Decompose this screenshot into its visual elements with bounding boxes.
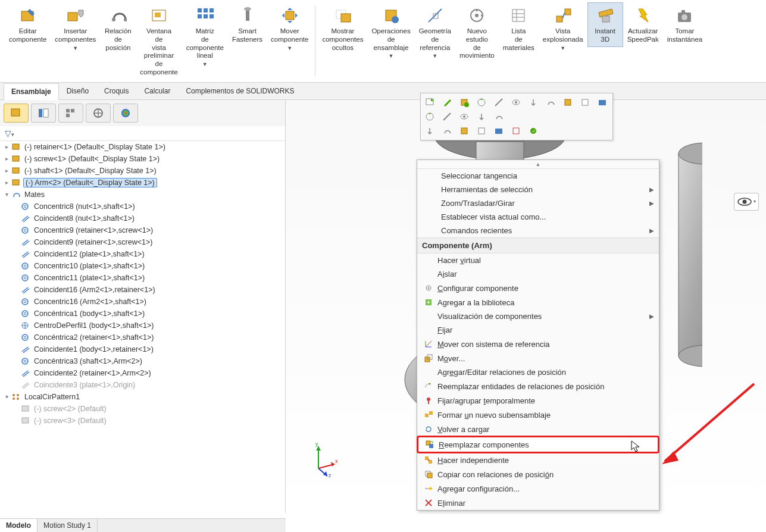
context-tool-4[interactable] xyxy=(492,95,507,109)
ribbon-instant3d[interactable]: Instant3D xyxy=(587,2,623,47)
appearance-tab[interactable] xyxy=(113,104,138,123)
tree-mate[interactable]: Concentric11 (plate<1>,shaft<1>) xyxy=(0,272,285,284)
menu-herramientas-de-selecci-n[interactable]: Herramientas de selección▶ xyxy=(417,183,659,196)
menu-agregar-a-la-biblioteca[interactable]: Agregar a la biblioteca xyxy=(417,295,659,309)
property-tab[interactable] xyxy=(31,104,56,123)
eye-view-button[interactable]: ▾ xyxy=(734,193,759,211)
context-tool-1[interactable] xyxy=(440,95,455,109)
tree-mate[interactable]: Concentric16 (Arm2<1>,shaft<1>) xyxy=(0,296,285,308)
tree-pattern-child[interactable]: (-) screw<3> (Default) xyxy=(0,415,285,427)
context-tool-c5[interactable] xyxy=(509,124,524,138)
dimxpert-tab[interactable] xyxy=(86,104,111,123)
tree-mate[interactable]: Concentric10 (plate<1>,shaft<1>) xyxy=(0,260,285,272)
context-tool-c3[interactable] xyxy=(474,124,490,138)
tab-croquis[interactable]: Croquis xyxy=(96,83,136,99)
ribbon-assembly-ops[interactable]: Operacionesdeensamblaje▼ xyxy=(367,2,414,62)
tree-mate[interactable]: Concéntrica1 (body<1>,shaft<1>) xyxy=(0,308,285,320)
tab-complementos-de-solidworks[interactable]: Complementos de SOLIDWORKS xyxy=(178,83,302,99)
context-tool-2[interactable] xyxy=(457,95,473,109)
ribbon-pattern[interactable]: Matrizdecomponentelineal▼ xyxy=(182,2,228,71)
ribbon-show-hidden[interactable]: Mostrarcomponentesocultos xyxy=(318,2,367,55)
menu-volver-a-cargar[interactable]: Volver a cargar xyxy=(417,422,659,436)
tree-mate[interactable]: Concéntrica2 (retainer<1>,shaft<1>) xyxy=(0,331,285,343)
menu-copiar-con-relaciones-de-posici-n[interactable]: Copiar con relaciones de posición xyxy=(417,467,659,481)
context-tool-c6[interactable] xyxy=(526,124,542,138)
ribbon-ref-geom[interactable]: Geometríadereferencia▼ xyxy=(415,2,455,62)
context-tool-9[interactable] xyxy=(578,95,593,109)
context-tool-b0[interactable] xyxy=(423,109,438,124)
tree-mate[interactable]: Coincident8 (nut<1>,shaft<1>) xyxy=(0,212,285,224)
context-tool-b3[interactable] xyxy=(474,109,490,124)
ribbon-move[interactable]: Movercomponente▼ xyxy=(267,2,312,54)
bottom-tab-modelo[interactable]: Modelo xyxy=(0,519,37,532)
context-tool-0[interactable] xyxy=(423,95,438,109)
tree-pattern[interactable]: ▾LocalCirPattern1 xyxy=(0,391,285,403)
tree-filter[interactable]: ▽▾ xyxy=(0,126,285,141)
ribbon-fastener[interactable]: SmartFasteners xyxy=(228,2,267,47)
context-tool-c0[interactable] xyxy=(423,124,438,138)
ribbon-edit-component[interactable]: Editarcomponente xyxy=(5,2,51,47)
menu-eliminar[interactable]: Eliminar xyxy=(417,496,659,510)
tree-mates-folder[interactable]: ▾Mates xyxy=(0,189,285,201)
menu-aislar[interactable]: Aislar xyxy=(417,267,659,281)
menu-visualizaci-n-de-componentes[interactable]: Visualización de componentes▶ xyxy=(417,309,659,323)
context-tool-c4[interactable] xyxy=(492,124,507,138)
menu-formar-un-nuevo-subensamblaje[interactable]: Formar un nuevo subensamblaje xyxy=(417,408,659,422)
menu-hacer-independiente[interactable]: Hacer independiente xyxy=(417,453,659,467)
menu-configurar-componente[interactable]: Configurar componente xyxy=(417,281,659,295)
tab-diseño[interactable]: Diseño xyxy=(59,83,96,99)
menu-reemplazar-componentes[interactable]: Reemplazar componentes xyxy=(417,436,659,453)
tree-mate[interactable]: Coincident9 (retainer<1>,screw<1>) xyxy=(0,236,285,248)
ribbon-snapshot[interactable]: Tomarinstantánea xyxy=(663,2,706,47)
ribbon-speedpak[interactable]: ActualizarSpeedPak xyxy=(623,2,663,47)
menu-hacer-virtual[interactable]: Hacer virtual xyxy=(417,254,659,267)
tree-component[interactable]: ▸(-) Arm<2> (Default<_Display State 1>) xyxy=(0,177,285,189)
tree-mate[interactable]: Coincidente1 (body<1>,retainer<1>) xyxy=(0,343,285,355)
menu-fijar-agrupar-temporalmente[interactable]: Fijar/agrupar temporalmente xyxy=(417,393,659,408)
tree-component[interactable]: ▸(-) retainer<1> (Default<_Display State… xyxy=(0,141,285,153)
tab-calcular[interactable]: Calcular xyxy=(136,83,178,99)
context-tool-b4[interactable] xyxy=(492,109,507,124)
ribbon-bom[interactable]: Listademateriales xyxy=(499,2,539,55)
tree-mate[interactable]: CentroDePerfil1 (body<1>,shaft<1>) xyxy=(0,320,285,331)
menu-fijar[interactable]: Fijar xyxy=(417,323,659,337)
menu-agregar-configuraci-n-[interactable]: Agregar configuración... xyxy=(417,481,659,496)
tree-mate[interactable]: Concéntrica3 (shaft<1>,Arm<2>) xyxy=(0,355,285,367)
menu-mover-con-sistema-de-referencia[interactable]: Mover con sistema de referencia xyxy=(417,337,659,351)
tree-pattern-child[interactable]: (-) screw<2> (Default) xyxy=(0,403,285,415)
tree-mate[interactable]: Coincidente3 (plate<1>,Origin) xyxy=(0,379,285,391)
menu-reemplazar-entidades-de-relaciones-de-posici-n[interactable]: Reemplazar entidades de relaciones de po… xyxy=(417,379,659,393)
menu-seleccionar-tangencia[interactable]: Seleccionar tangencia xyxy=(417,169,659,183)
feature-tree-tab[interactable] xyxy=(4,104,29,123)
ribbon-motion[interactable]: Nuevoestudiodemovimiento xyxy=(455,2,499,63)
context-tool-3[interactable] xyxy=(474,95,490,109)
context-tool-c1[interactable] xyxy=(440,124,455,138)
tree-component[interactable]: ▸(-) shaft<1> (Default<_Display State 1>… xyxy=(0,165,285,177)
menu-agregar-editar-relaciones-de-posici-n[interactable]: Agregar/Editar relaciones de posición xyxy=(417,365,659,379)
ribbon-insert-component[interactable]: Insertarcomponentes▼ xyxy=(51,2,100,54)
ribbon-exploded[interactable]: Vistaexplosionada▼ xyxy=(539,2,587,54)
context-menu-collapse[interactable]: ▲ xyxy=(417,160,659,169)
ribbon-mate[interactable]: Relacióndeposición xyxy=(100,2,136,55)
context-tool-8[interactable] xyxy=(561,95,576,109)
tab-ensamblaje[interactable]: Ensamblaje xyxy=(4,83,59,100)
context-tool-7[interactable] xyxy=(543,95,559,109)
menu-establecer-vista-actual-como-[interactable]: Establecer vista actual como... xyxy=(417,210,659,224)
context-tool-5[interactable] xyxy=(509,95,524,109)
context-tool-6[interactable] xyxy=(526,95,542,109)
menu-mover-[interactable]: Mover... xyxy=(417,351,659,365)
context-tool-10[interactable] xyxy=(595,95,611,109)
ribbon-preview[interactable]: Ventanadevistapreliminardecomponente xyxy=(136,2,182,80)
menu-comandos-recientes[interactable]: Comandos recientes▶ xyxy=(417,224,659,237)
config-tab[interactable] xyxy=(58,104,83,123)
tree-mate[interactable]: Concentric8 (nut<1>,shaft<1>) xyxy=(0,201,285,212)
tree-mate[interactable]: Coincident12 (plate<1>,shaft<1>) xyxy=(0,248,285,260)
tree-mate[interactable]: Concentric9 (retainer<1>,screw<1>) xyxy=(0,224,285,236)
tree-mate[interactable]: Coincident16 (Arm2<1>,retainer<1>) xyxy=(0,284,285,296)
tree-component[interactable]: ▸(-) screw<1> (Default<_Display State 1>… xyxy=(0,153,285,165)
context-tool-b2[interactable] xyxy=(457,109,473,124)
tree-mate[interactable]: Coincidente2 (retainer<1>,Arm<2>) xyxy=(0,367,285,379)
context-tool-c2[interactable] xyxy=(457,124,473,138)
context-tool-b1[interactable] xyxy=(440,109,455,124)
menu-zoom-trasladar-girar[interactable]: Zoom/Trasladar/Girar▶ xyxy=(417,196,659,210)
